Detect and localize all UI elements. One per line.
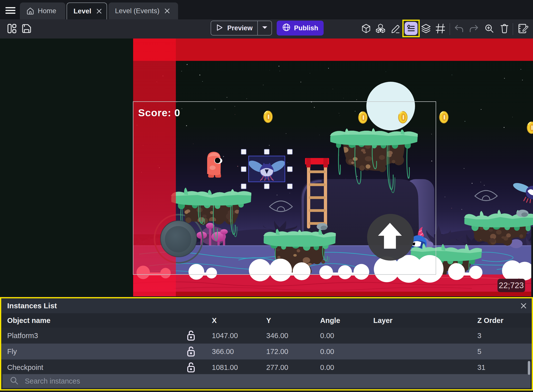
search-icon [10, 376, 18, 386]
play-icon [216, 24, 223, 33]
col-object-name: Object name [1, 316, 212, 325]
home-icon [26, 7, 34, 15]
instance-y: 277.00 [266, 363, 320, 372]
toolbar: Preview Publish [0, 19, 533, 39]
cube-3d-icon [361, 24, 371, 35]
hamburger-icon [5, 7, 15, 15]
instances-search-bar [2, 374, 531, 388]
gdevelop-editor-window: Home Level Level (Events) Preview [0, 0, 533, 392]
paint-mode-button[interactable] [391, 24, 401, 35]
redo-button[interactable] [469, 24, 479, 34]
instance-z-order: 5 [477, 348, 532, 356]
instance-name: Fly [7, 348, 17, 356]
instance-row-fly[interactable]: Fly 366.00 172.00 0.00 5 [1, 344, 532, 359]
edit-scene-properties-button[interactable] [518, 24, 529, 35]
publish-label: Publish [294, 24, 318, 32]
delete-button[interactable] [500, 24, 509, 35]
col-angle: Angle [320, 316, 373, 325]
preview-button[interactable]: Preview [211, 21, 272, 36]
instance-x: 366.00 [212, 348, 266, 356]
scene-editor-canvas[interactable]: Score: 0 22;723 [0, 39, 533, 296]
instance-x: 1081.00 [212, 363, 266, 372]
col-x: X [212, 316, 266, 325]
tab-level-close-icon[interactable] [96, 8, 102, 14]
instance-name-cell: Fly [1, 346, 212, 357]
tab-home-label: Home [38, 7, 56, 15]
tab-bar: Home Level Level (Events) [0, 0, 533, 19]
publish-button[interactable]: Publish [277, 21, 324, 36]
instance-name: Platform3 [7, 332, 38, 340]
instances-panel-titlebar: Instances List [1, 298, 532, 313]
instance-x: 1047.00 [212, 332, 266, 340]
toolbar-separator-2 [513, 23, 513, 35]
unlock-icon[interactable] [186, 330, 196, 341]
globe-icon [282, 23, 291, 33]
instance-angle: 0.00 [320, 348, 373, 356]
instance-name-cell: Platform3 [1, 330, 212, 341]
undo-button[interactable] [454, 24, 464, 34]
tab-level-events-close-icon[interactable] [164, 8, 170, 14]
grid-button[interactable] [435, 24, 445, 35]
grid-icon [435, 24, 445, 35]
save-button[interactable] [22, 24, 31, 35]
instance-angle: 0.00 [320, 332, 373, 340]
unlock-icon[interactable] [186, 362, 196, 373]
tab-level-events[interactable]: Level (Events) [109, 2, 178, 19]
edit-note-icon [518, 24, 529, 35]
instance-z-order: 3 [477, 332, 532, 340]
panel-scrollbar-thumb[interactable] [528, 361, 530, 375]
cursor-coordinates-badge: 22;723 [497, 279, 525, 292]
tab-level-label: Level [74, 7, 91, 15]
instance-row-platform3[interactable]: Platform3 1047.00 346.00 0.00 3 [1, 328, 532, 344]
project-manager-icon [7, 24, 16, 35]
paint-brush-icon [391, 24, 401, 35]
instance-angle: 0.00 [320, 363, 373, 372]
zoom-in-icon [485, 24, 494, 34]
game-scene[interactable] [0, 39, 533, 296]
instance-name-cell: Checkpoint [1, 362, 212, 373]
view-3d-button[interactable] [361, 24, 371, 35]
instances-list-panel: Instances List Object name X Y Angle Lay… [0, 297, 533, 391]
instance-row-checkpoint[interactable]: Checkpoint 1081.00 277.00 0.00 31 [1, 359, 532, 375]
preview-label: Preview [227, 24, 253, 32]
col-z-order: Z Order [477, 316, 532, 325]
objects-cubes-icon [375, 24, 386, 35]
zoom-in-button[interactable] [485, 24, 494, 34]
instances-table-body: Platform3 1047.00 346.00 0.00 3 Fly 366.… [1, 328, 532, 375]
instances-list-button[interactable] [405, 22, 418, 35]
redo-icon [469, 24, 479, 34]
score-label: Score: 0 [138, 107, 180, 119]
instances-table-header: Object name X Y Angle Layer Z Order [1, 313, 532, 328]
col-layer: Layer [373, 316, 477, 325]
menu-button[interactable] [5, 6, 16, 16]
instance-z-order: 31 [477, 363, 532, 372]
tab-home[interactable]: Home [20, 2, 65, 19]
unlock-icon[interactable] [186, 346, 196, 357]
caret-down-icon [262, 26, 268, 30]
save-icon [22, 24, 31, 35]
instance-name: Checkpoint [7, 363, 43, 372]
toolbar-separator [450, 23, 450, 35]
layers-panel-button[interactable] [421, 24, 431, 35]
preview-main[interactable]: Preview [211, 21, 257, 35]
tab-level[interactable]: Level [67, 2, 107, 19]
instances-list-highlight-box [402, 20, 420, 37]
col-y: Y [266, 316, 320, 325]
tab-level-events-label: Level (Events) [115, 7, 159, 15]
instances-list-icon [406, 23, 416, 34]
project-manager-button[interactable] [7, 24, 16, 35]
instance-y: 172.00 [266, 348, 320, 356]
undo-icon [454, 24, 464, 34]
instances-panel-close-button[interactable] [520, 302, 527, 311]
instances-panel-title: Instances List [7, 302, 57, 310]
instance-y: 346.00 [266, 332, 320, 340]
objects-panel-button[interactable] [375, 24, 386, 35]
search-instances-input[interactable] [25, 377, 531, 385]
trash-icon [500, 24, 509, 35]
layers-icon [421, 24, 431, 35]
preview-dropdown-button[interactable] [257, 21, 271, 35]
